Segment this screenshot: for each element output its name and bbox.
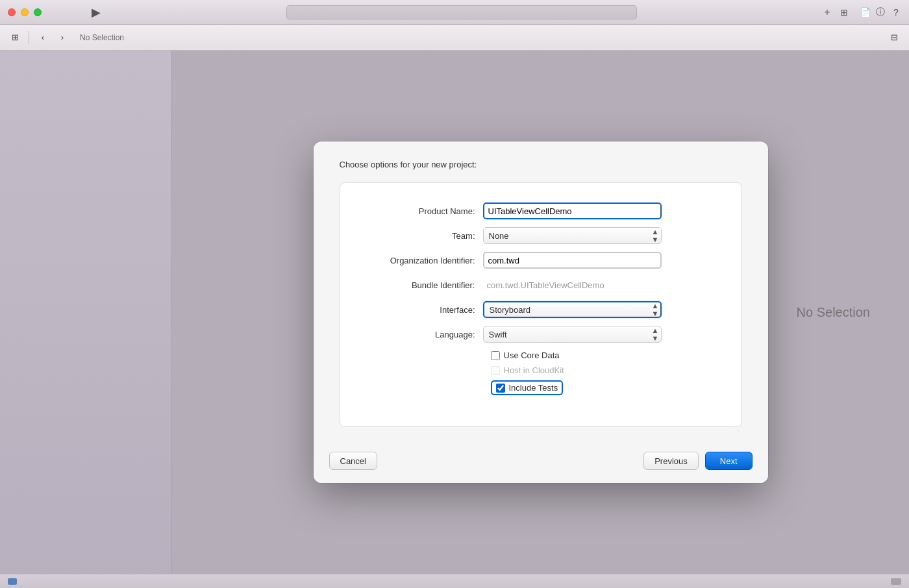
include-tests-label[interactable]: Include Tests	[509, 383, 558, 393]
nav-forward[interactable]: ›	[55, 31, 69, 45]
bottom-bar	[0, 574, 909, 588]
modal-footer: Cancel Previous Next	[314, 443, 768, 483]
close-button[interactable]	[8, 8, 16, 16]
language-label: Language:	[353, 330, 483, 339]
team-label: Team:	[353, 231, 483, 241]
team-row: Team: None Personal Team ▲▼	[353, 227, 728, 244]
host-cloudkit-label: Host in CloudKit	[504, 365, 564, 375]
xcode-window: ▶ + ⊞ 📄 ⓘ ? ⊞ ‹ › No Selection ⊟ No Sele…	[0, 0, 909, 588]
maximize-button[interactable]	[34, 8, 42, 16]
modal-overlay: Choose options for your new project: Pro…	[172, 51, 909, 574]
navigator-toggle[interactable]: ⊞	[8, 31, 22, 45]
interface-row: Interface: Storyboard SwiftUI ▲▼	[353, 301, 728, 318]
toolbar-divider-1	[29, 31, 29, 44]
sidebar	[0, 51, 172, 574]
footer-right: Previous Next	[643, 452, 752, 470]
bundle-identifier-value: com.twd.UITableViewCellDemo	[483, 276, 662, 293]
bundle-identifier-row: Bundle Identifier: com.twd.UITableViewCe…	[353, 276, 728, 293]
interface-select-wrapper: Storyboard SwiftUI ▲▼	[483, 301, 662, 318]
product-name-input[interactable]	[483, 202, 662, 219]
host-cloudkit-row: Host in CloudKit	[491, 365, 728, 375]
use-core-data-label[interactable]: Use Core Data	[504, 350, 560, 360]
interface-select[interactable]: Storyboard SwiftUI	[483, 301, 662, 318]
add-tab-icon[interactable]: +	[822, 7, 832, 18]
cancel-button[interactable]: Cancel	[329, 452, 377, 470]
bottom-bar-status-icon	[8, 578, 17, 585]
bottom-bar-right-icon	[891, 578, 901, 585]
minimize-button[interactable]	[21, 8, 29, 16]
library-icon[interactable]: 📄	[860, 7, 870, 18]
use-core-data-row: Use Core Data	[491, 350, 728, 360]
bundle-identifier-label: Bundle Identifier:	[353, 280, 483, 290]
org-identifier-row: Organization Identifier:	[353, 252, 728, 269]
run-button[interactable]: ▶	[91, 7, 101, 18]
interface-label: Interface:	[353, 305, 483, 315]
language-select[interactable]: Swift Objective-C	[483, 326, 662, 343]
include-tests-checkbox[interactable]	[496, 384, 505, 393]
toolbar: ⊞ ‹ › No Selection ⊟	[0, 25, 909, 51]
nav-back[interactable]: ‹	[36, 31, 50, 45]
window-controls-icon[interactable]: ⊞	[839, 7, 849, 18]
search-bar[interactable]	[286, 5, 637, 19]
org-identifier-label: Organization Identifier:	[353, 256, 483, 265]
product-name-row: Product Name:	[353, 202, 728, 219]
toolbar-no-selection: No Selection	[80, 33, 124, 42]
host-cloudkit-checkbox	[491, 366, 500, 375]
content-area: No Selection Choose options for your new…	[0, 51, 909, 574]
form-area: Product Name: Team: None Personal Team	[340, 182, 742, 427]
include-tests-wrapper: Include Tests	[491, 380, 564, 395]
next-button[interactable]: Next	[705, 452, 753, 470]
inspector-panel-icon[interactable]: ⊟	[887, 31, 901, 45]
product-name-label: Product Name:	[353, 206, 483, 216]
help-icon[interactable]: ?	[891, 7, 901, 18]
language-select-wrapper: Swift Objective-C ▲▼	[483, 326, 662, 343]
use-core-data-checkbox[interactable]	[491, 351, 500, 360]
modal-body: Choose options for your new project: Pro…	[314, 141, 768, 443]
include-tests-row: Include Tests	[491, 380, 728, 395]
title-bar-icons: + ⊞	[822, 7, 849, 18]
language-row: Language: Swift Objective-C ▲▼	[353, 326, 728, 343]
title-bar: ▶ + ⊞ 📄 ⓘ ?	[0, 0, 909, 25]
team-select[interactable]: None Personal Team	[483, 227, 662, 244]
team-select-wrapper: None Personal Team ▲▼	[483, 227, 662, 244]
modal-title: Choose options for your new project:	[340, 160, 742, 169]
org-identifier-input[interactable]	[483, 252, 662, 269]
new-project-modal: Choose options for your new project: Pro…	[314, 141, 768, 483]
inspector-icon[interactable]: ⓘ	[875, 7, 886, 18]
main-content: No Selection Choose options for your new…	[172, 51, 909, 574]
previous-button[interactable]: Previous	[643, 452, 699, 470]
